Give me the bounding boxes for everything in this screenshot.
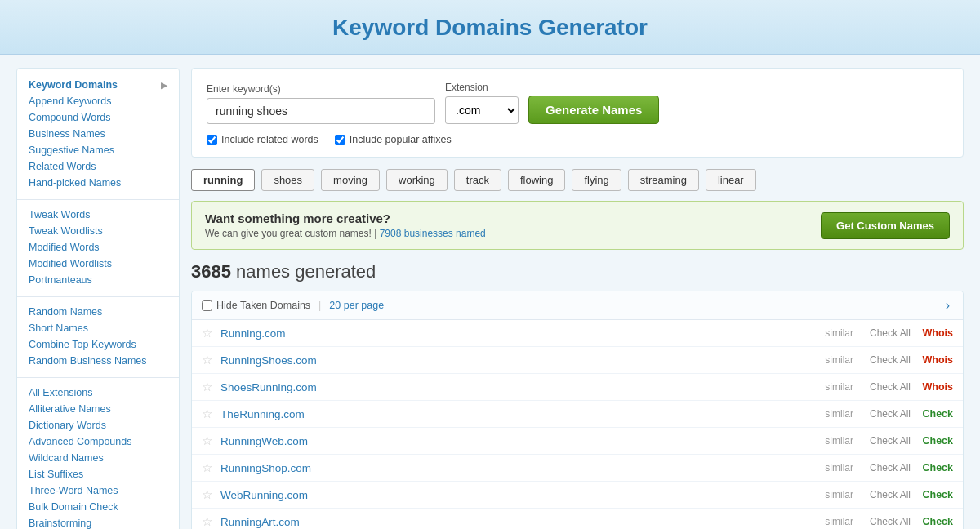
sidebar-item-label: Tweak Words [29, 209, 91, 220]
sidebar-item-label: Alliterative Names [29, 403, 111, 415]
keyword-pill-flying[interactable]: flying [572, 169, 621, 191]
check-all-link[interactable]: Check All [870, 354, 911, 366]
keyword-pill-running[interactable]: running [191, 169, 255, 191]
sidebar-item-label: Modified Words [29, 242, 100, 253]
sidebar-item-random-business-names[interactable]: Random Business Names [17, 353, 179, 369]
sidebar-item-list-suffixes[interactable]: List Suffixes [17, 466, 179, 482]
sidebar-item-label: Combine Top Keywords [29, 339, 136, 350]
sidebar-item-short-names[interactable]: Short Names [17, 320, 179, 336]
sidebar-item-label: Dictionary Words [29, 420, 106, 431]
star-icon[interactable]: ☆ [202, 460, 212, 475]
domain-similar[interactable]: similar [825, 381, 853, 393]
domain-name[interactable]: Running.com [220, 327, 825, 340]
check-all-link[interactable]: Check All [870, 462, 911, 473]
whois-link[interactable]: Whois [920, 381, 953, 393]
check-all-link[interactable]: Check All [870, 408, 911, 420]
checkbox-affixes-label[interactable]: Include popular affixes [335, 134, 452, 145]
sidebar-section-0: Keyword Domains▶Append KeywordsCompound … [17, 77, 179, 191]
star-icon[interactable]: ☆ [202, 353, 212, 367]
check-link[interactable]: Check [920, 489, 953, 500]
sidebar-item-label: Bulk Domain Check [29, 501, 118, 513]
hide-taken-checkbox[interactable] [202, 300, 212, 311]
check-link[interactable]: Check [920, 408, 953, 420]
domain-similar[interactable]: similar [825, 354, 853, 366]
domain-name[interactable]: RunningArt.com [220, 516, 825, 528]
sidebar-item-wildcard-names[interactable]: Wildcard Names [17, 450, 179, 466]
banner-stats-link[interactable]: 7908 businesses named [380, 228, 486, 239]
check-all-link[interactable]: Check All [870, 327, 911, 339]
results-box: Hide Taken Domains | 20 per page › ☆Runn… [191, 291, 964, 529]
sidebar-item-tweak-words[interactable]: Tweak Words [17, 207, 179, 223]
sidebar-item-combine-top-keywords[interactable]: Combine Top Keywords [17, 336, 179, 353]
sidebar-item-portmanteaus[interactable]: Portmanteaus [17, 272, 179, 288]
check-link[interactable]: Check [920, 462, 953, 473]
keyword-pill-moving[interactable]: moving [321, 169, 380, 191]
keyword-pill-working[interactable]: working [386, 169, 448, 191]
sidebar-item-hand-picked-names[interactable]: Hand-picked Names [17, 175, 179, 191]
sidebar-item-business-names[interactable]: Business Names [17, 126, 179, 142]
checkbox-affixes[interactable] [335, 135, 345, 145]
sidebar-item-random-names[interactable]: Random Names [17, 304, 179, 320]
sidebar-item-modified-words[interactable]: Modified Words [17, 239, 179, 256]
sidebar-item-keyword-domains[interactable]: Keyword Domains▶ [17, 77, 179, 93]
next-page-button[interactable]: › [942, 298, 953, 313]
extension-select[interactable]: .com.net.org.io.co [445, 96, 519, 124]
sidebar-item-modified-wordlists[interactable]: Modified Wordlists [17, 256, 179, 272]
sidebar-item-append-keywords[interactable]: Append Keywords [17, 93, 179, 109]
custom-banner: Want something more creative? We can giv… [191, 201, 964, 250]
sidebar-item-dictionary-words[interactable]: Dictionary Words [17, 417, 179, 433]
sidebar-item-all-extensions[interactable]: All Extensions [17, 385, 179, 401]
keyword-pill-track[interactable]: track [454, 169, 501, 191]
domain-similar[interactable]: similar [825, 489, 853, 500]
star-icon[interactable]: ☆ [202, 380, 212, 394]
star-icon[interactable]: ☆ [202, 407, 212, 421]
keyword-pill-flowing[interactable]: flowing [508, 169, 565, 191]
star-icon[interactable]: ☆ [202, 433, 212, 448]
extension-group: Extension .com.net.org.io.co [445, 82, 519, 124]
checkbox-related-label[interactable]: Include related words [207, 134, 318, 145]
sidebar-item-label: List Suffixes [29, 469, 83, 480]
sidebar-item-compound-words[interactable]: Compound Words [17, 109, 179, 126]
domain-similar[interactable]: similar [825, 435, 853, 447]
check-all-link[interactable]: Check All [870, 489, 911, 500]
domain-similar[interactable]: similar [825, 516, 853, 527]
results-header: 3685 names generated [191, 261, 964, 282]
keyword-pill-shoes[interactable]: shoes [261, 169, 314, 191]
domain-name[interactable]: RunningShop.com [220, 462, 825, 474]
check-link[interactable]: Check [920, 435, 953, 447]
check-all-link[interactable]: Check All [870, 435, 911, 447]
sidebar-item-bulk-domain-check[interactable]: Bulk Domain Check [17, 499, 179, 515]
domain-similar[interactable]: similar [825, 408, 853, 420]
domain-similar[interactable]: similar [825, 462, 853, 473]
checkbox-related[interactable] [207, 135, 217, 145]
domain-similar[interactable]: similar [825, 327, 853, 339]
keyword-pill-linear[interactable]: linear [706, 169, 756, 191]
sidebar-item-alliterative-names[interactable]: Alliterative Names [17, 401, 179, 417]
hide-taken-label[interactable]: Hide Taken Domains [202, 300, 310, 311]
domain-name[interactable]: WebRunning.com [220, 489, 825, 501]
domain-name[interactable]: ShoesRunning.com [220, 381, 825, 393]
domain-name[interactable]: TheRunning.com [220, 408, 825, 420]
generate-button[interactable]: Generate Names [528, 96, 659, 124]
keyword-pill-streaming[interactable]: streaming [628, 169, 699, 191]
check-all-link[interactable]: Check All [870, 381, 911, 393]
domain-name[interactable]: RunningShoes.com [220, 354, 825, 367]
check-link[interactable]: Check [920, 516, 953, 527]
domain-name[interactable]: RunningWeb.com [220, 435, 825, 447]
keyword-input[interactable] [207, 98, 435, 124]
whois-link[interactable]: Whois [920, 354, 953, 366]
custom-names-button[interactable]: Get Custom Names [821, 212, 950, 239]
sidebar-item-three-word-names[interactable]: Three-Word Names [17, 482, 179, 499]
star-icon[interactable]: ☆ [202, 514, 212, 529]
whois-link[interactable]: Whois [920, 327, 953, 339]
sidebar-item-advanced-compounds[interactable]: Advanced Compounds [17, 433, 179, 450]
keyword-label: Enter keyword(s) [207, 83, 435, 95]
sidebar-item-brainstorming[interactable]: Brainstorming [17, 515, 179, 529]
star-icon[interactable]: ☆ [202, 487, 212, 502]
per-page-selector[interactable]: 20 per page [329, 300, 384, 311]
check-all-link[interactable]: Check All [870, 516, 911, 527]
sidebar-item-tweak-wordlists[interactable]: Tweak Wordlists [17, 223, 179, 239]
sidebar-item-suggestive-names[interactable]: Suggestive Names [17, 142, 179, 158]
sidebar-item-related-words[interactable]: Related Words [17, 158, 179, 175]
star-icon[interactable]: ☆ [202, 326, 212, 340]
